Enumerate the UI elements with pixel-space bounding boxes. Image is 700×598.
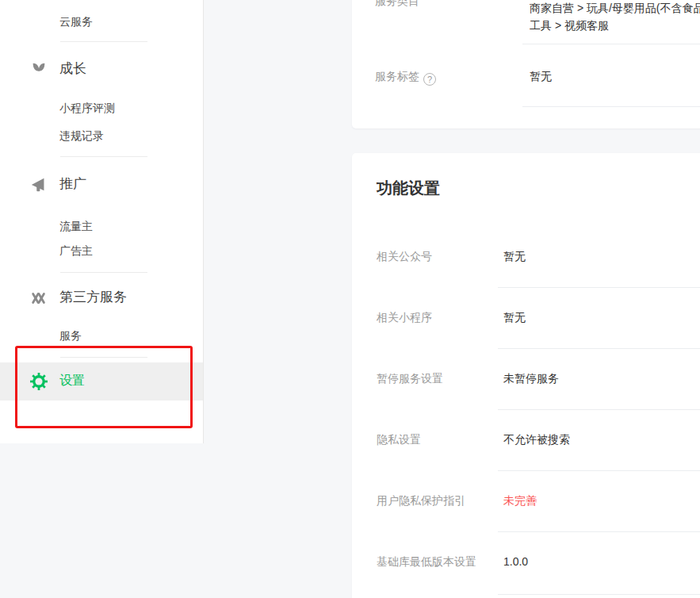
wechat-miniprogram-console: 云服务 成长 小程序评测 违规记录 推广 流量主 广告主 bbox=[0, 0, 700, 598]
service-category-value-line2: 工具 > 视频客服 bbox=[530, 17, 609, 34]
base-library-version-label: 基础库最低版本设置 bbox=[377, 554, 476, 569]
sidebar: 云服务 成长 小程序评测 违规记录 推广 流量主 广告主 bbox=[0, 0, 204, 443]
related-official-account-value: 暂无 bbox=[503, 248, 526, 264]
related-miniprogram-value: 暂无 bbox=[503, 309, 526, 325]
megaphone-icon bbox=[30, 176, 48, 194]
divider bbox=[60, 156, 147, 157]
divider bbox=[522, 44, 700, 44]
service-info-card: 服务类目 商家自营 > 玩具/母婴用品(不含食品) 工具 > 视频客服 服务标签… bbox=[352, 0, 700, 128]
section-title: 功能设置 bbox=[377, 177, 440, 199]
sidebar-item-settings-label: 设置 bbox=[59, 371, 85, 390]
base-library-version-value: 1.0.0 bbox=[503, 554, 528, 569]
sidebar-item-promotion[interactable]: 推广 bbox=[59, 175, 86, 193]
sidebar-item-services[interactable]: 服务 bbox=[59, 328, 82, 343]
service-tag-label: 服务标签? bbox=[375, 68, 436, 86]
sprout-icon bbox=[30, 61, 48, 79]
sidebar-item-miniprogram-evaluation[interactable]: 小程序评测 bbox=[59, 100, 115, 116]
service-category-value-line1: 商家自营 > 玩具/母婴用品(不含食品) bbox=[530, 0, 700, 17]
sidebar-item-third-party-services[interactable]: 第三方服务 bbox=[59, 289, 127, 306]
sidebar-item-growth[interactable]: 成长 bbox=[59, 60, 86, 78]
divider bbox=[60, 41, 147, 42]
sidebar-item-advertiser[interactable]: 广告主 bbox=[59, 243, 93, 259]
sidebar-item-traffic-owner[interactable]: 流量主 bbox=[59, 218, 93, 234]
divider bbox=[60, 272, 147, 273]
divider bbox=[498, 531, 700, 532]
pause-service-value: 未暂停服务 bbox=[503, 370, 559, 386]
divider bbox=[522, 106, 700, 107]
privacy-settings-value: 不允许被搜索 bbox=[503, 431, 570, 447]
gear-icon bbox=[30, 373, 48, 390]
user-privacy-guide-label: 用户隐私保护指引 bbox=[377, 493, 465, 508]
privacy-settings-label: 隐私设置 bbox=[377, 431, 421, 447]
service-tag-value: 暂无 bbox=[530, 68, 552, 84]
divider bbox=[60, 357, 147, 358]
divider bbox=[498, 287, 700, 288]
divider bbox=[498, 594, 700, 595]
related-official-account-label: 相关公众号 bbox=[377, 248, 432, 264]
user-privacy-guide-status: 未完善 bbox=[503, 493, 537, 508]
divider bbox=[498, 348, 700, 349]
sidebar-item-cloud-service[interactable]: 云服务 bbox=[59, 13, 93, 29]
divider bbox=[498, 409, 700, 410]
third-party-services-icon bbox=[30, 289, 48, 307]
function-settings-card: 功能设置 相关公众号 暂无 相关小程序 暂无 暂停服务设置 未暂停服务 隐私设置… bbox=[352, 153, 700, 598]
pause-service-label: 暂停服务设置 bbox=[377, 370, 443, 386]
sidebar-item-settings[interactable]: 设置 bbox=[0, 362, 203, 401]
sidebar-item-violation-records[interactable]: 违规记录 bbox=[59, 128, 104, 144]
question-mark-icon[interactable]: ? bbox=[423, 73, 436, 86]
related-miniprogram-label: 相关小程序 bbox=[377, 309, 432, 325]
divider bbox=[498, 470, 700, 471]
service-tag-label-text: 服务标签 bbox=[375, 70, 419, 82]
service-category-label: 服务类目 bbox=[375, 0, 419, 9]
